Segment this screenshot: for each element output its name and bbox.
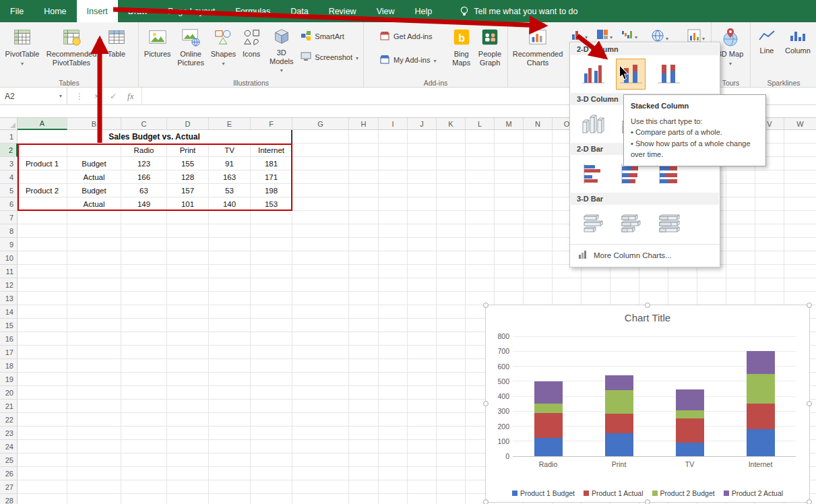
cell-E26[interactable] — [209, 467, 251, 480]
cell-M4[interactable] — [495, 170, 524, 184]
cell-G14[interactable] — [292, 305, 349, 319]
cell-M8[interactable] — [495, 224, 524, 238]
cell-A18[interactable] — [18, 359, 67, 373]
cell-G1[interactable] — [292, 130, 349, 144]
cell-K8[interactable] — [437, 224, 466, 238]
cell-B27[interactable] — [67, 480, 121, 494]
cell-V4[interactable] — [755, 170, 784, 184]
cell-K15[interactable] — [437, 319, 466, 332]
cell-K4[interactable] — [437, 170, 466, 184]
cell-B20[interactable] — [67, 386, 121, 400]
cell-C28[interactable] — [121, 494, 167, 504]
cell-H26[interactable] — [349, 467, 379, 480]
cell-G25[interactable] — [292, 453, 349, 467]
cell-J23[interactable] — [408, 427, 437, 440]
cell-E12[interactable] — [209, 278, 251, 292]
cell-G20[interactable] — [292, 386, 349, 400]
cell-B14[interactable] — [67, 305, 121, 319]
column-header-H[interactable]: H — [349, 118, 379, 130]
3d-clustered-bar-option[interactable] — [578, 208, 608, 239]
cell-B17[interactable] — [67, 346, 121, 359]
cell-E15[interactable] — [209, 319, 251, 332]
cell-D24[interactable] — [167, 440, 209, 453]
cell-C9[interactable] — [121, 238, 167, 251]
cell-J12[interactable] — [408, 278, 437, 292]
icons-button[interactable]: Icons — [239, 24, 264, 76]
cell-P13[interactable] — [582, 292, 610, 305]
cell-E16[interactable] — [209, 332, 251, 346]
cell-K25[interactable] — [437, 453, 466, 467]
cell-K6[interactable] — [437, 197, 466, 211]
bar-radio-3[interactable] — [534, 381, 563, 404]
cell-M10[interactable] — [495, 251, 524, 265]
cell-L4[interactable] — [466, 170, 495, 184]
cell-E10[interactable] — [209, 251, 251, 265]
cell-G27[interactable] — [292, 480, 349, 494]
cell-E4[interactable]: 163 — [209, 170, 251, 184]
table-button[interactable]: Table — [101, 24, 132, 76]
cell-L3[interactable] — [466, 157, 495, 170]
cell-C16[interactable] — [121, 332, 167, 346]
cell-M6[interactable] — [495, 197, 524, 211]
3d-models-button[interactable]: 3D Models — [264, 24, 299, 76]
cell-D14[interactable] — [167, 305, 209, 319]
cell-W2[interactable] — [784, 144, 816, 157]
cell-I11[interactable] — [379, 265, 408, 278]
tab-insert[interactable]: Insert — [77, 0, 118, 22]
cell-A11[interactable] — [18, 265, 67, 278]
cell-D7[interactable] — [167, 211, 209, 224]
cell-F3[interactable]: 181 — [251, 157, 292, 170]
legend-item[interactable]: Product 2 Actual — [724, 489, 783, 497]
cell-K18[interactable] — [437, 359, 466, 373]
merged-cell-title[interactable]: Sales Budget vs. Actual — [18, 130, 292, 144]
column-header-G[interactable]: G — [292, 118, 349, 130]
cell-A14[interactable] — [18, 305, 67, 319]
cell-U5[interactable] — [726, 184, 755, 197]
cell-A15[interactable] — [18, 319, 67, 332]
cell-F28[interactable] — [251, 494, 292, 504]
cell-F25[interactable] — [251, 453, 292, 467]
cell-A4[interactable] — [18, 170, 67, 184]
bar-radio-1[interactable] — [534, 413, 563, 438]
cell-D17[interactable] — [167, 346, 209, 359]
cell-F7[interactable] — [251, 211, 292, 224]
cell-I6[interactable] — [379, 197, 408, 211]
cell-F13[interactable] — [251, 292, 292, 305]
cell-I8[interactable] — [379, 224, 408, 238]
bar-tv-2[interactable] — [676, 410, 704, 418]
cell-F26[interactable] — [251, 467, 292, 480]
cell-K9[interactable] — [437, 238, 466, 251]
cell-W11[interactable] — [784, 265, 816, 278]
cell-K13[interactable] — [437, 292, 466, 305]
cell-G16[interactable] — [292, 332, 349, 346]
cell-K20[interactable] — [437, 386, 466, 400]
legend-item[interactable]: Product 2 Budget — [652, 489, 715, 497]
cell-H4[interactable] — [349, 170, 379, 184]
cell-D8[interactable] — [167, 224, 209, 238]
cell-D19[interactable] — [167, 373, 209, 386]
cell-D26[interactable] — [167, 467, 209, 480]
cell-B6[interactable]: Actual — [67, 197, 121, 211]
cell-O12[interactable] — [553, 278, 582, 292]
cell-D16[interactable] — [167, 332, 209, 346]
row-header-17[interactable]: 17 — [0, 346, 18, 359]
cell-F10[interactable] — [251, 251, 292, 265]
cell-C18[interactable] — [121, 359, 167, 373]
cell-I20[interactable] — [379, 386, 408, 400]
cell-N3[interactable] — [524, 157, 553, 170]
cell-W10[interactable] — [784, 251, 816, 265]
cell-C27[interactable] — [121, 480, 167, 494]
cell-J28[interactable] — [408, 494, 437, 504]
cell-A7[interactable] — [18, 211, 67, 224]
cell-I5[interactable] — [379, 184, 408, 197]
bar-internet-0[interactable] — [747, 429, 775, 456]
cell-J27[interactable] — [408, 480, 437, 494]
cell-B3[interactable]: Budget — [67, 157, 121, 170]
cell-H12[interactable] — [349, 278, 379, 292]
cell-D9[interactable] — [167, 238, 209, 251]
cancel-icon[interactable]: × — [94, 92, 99, 101]
cell-E24[interactable] — [209, 440, 251, 453]
cell-E17[interactable] — [209, 346, 251, 359]
cell-B13[interactable] — [67, 292, 121, 305]
cell-H24[interactable] — [349, 440, 379, 453]
